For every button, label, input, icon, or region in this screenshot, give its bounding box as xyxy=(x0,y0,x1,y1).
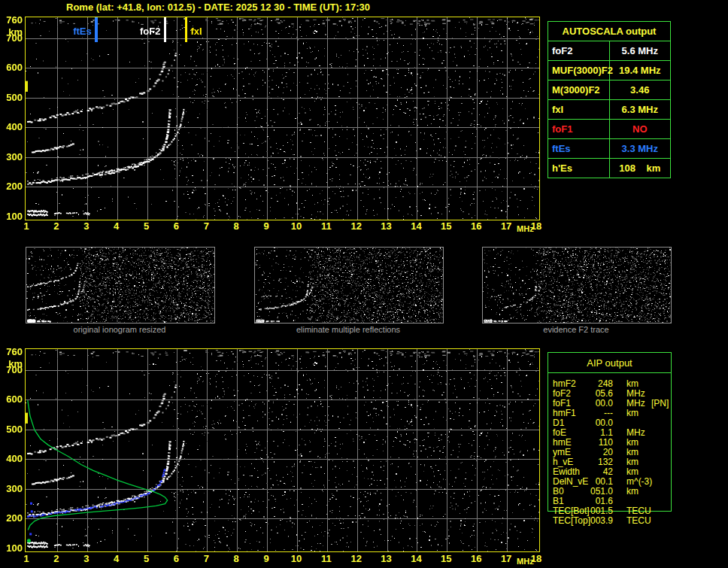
autoscala-screen: Rome (lat: +41.8, lon: 012.5) - DATE: 20… xyxy=(0,0,728,568)
autoscala-row-foF2: foF25.6 MHz xyxy=(548,41,671,61)
y-tick-200: 200 xyxy=(0,181,23,192)
aip-param-value: 003.9 xyxy=(586,516,613,526)
autoscala-param-label: fxI xyxy=(548,100,610,120)
y-tick-600: 600 xyxy=(0,393,23,405)
y-axis-unit: km xyxy=(0,26,23,38)
x-tick-7: 7 xyxy=(196,553,216,564)
x-tick-8: 8 xyxy=(226,220,246,232)
x-tick-6: 6 xyxy=(166,220,186,232)
aip-param-unit: TECU xyxy=(626,516,651,526)
ionogram-plot-bottom xyxy=(25,348,540,552)
autoscala-table-title: AUTOSCALA output xyxy=(548,22,671,41)
thumbnail-original-ionogram xyxy=(26,247,215,323)
x-tick-10: 10 xyxy=(287,220,306,232)
x-tick-5: 5 xyxy=(137,553,156,564)
y-tick-760: 760 xyxy=(0,346,23,357)
aip-row-TEC[Top]: TEC[Top]003.9TECU xyxy=(548,516,671,526)
thumbnail-caption-cleaned: eliminate multiple reflections xyxy=(254,325,442,334)
x-tick-5: 5 xyxy=(137,220,156,232)
x-tick-16: 16 xyxy=(466,553,486,564)
x-tick-13: 13 xyxy=(377,220,396,232)
autoscala-row-ftEs: ftEs3.3 MHz xyxy=(548,139,671,159)
autoscala-row-MUF(3000)F2: MUF(3000)F219.4 MHz xyxy=(548,61,671,80)
page-title: Rome (lat: +41.8, lon: 012.5) - DATE: 20… xyxy=(41,2,395,13)
y-tick-400: 400 xyxy=(0,453,23,464)
autoscala-param-label: h'Es xyxy=(548,159,610,178)
aip-table-title: AIP output xyxy=(548,357,671,369)
x-tick-13: 13 xyxy=(377,553,396,564)
autoscala-param-label: foF1 xyxy=(548,120,610,139)
x-tick-4: 4 xyxy=(107,220,126,232)
autoscala-param-value: NO xyxy=(609,120,671,139)
marker-line-ftEs xyxy=(95,17,98,42)
autoscala-param-label: ftEs xyxy=(548,139,610,159)
marker-line-foF2 xyxy=(164,17,166,42)
x-tick-14: 14 xyxy=(406,553,426,564)
x-tick-15: 15 xyxy=(436,220,456,232)
thumbnail-caption-evidence: evidence F2 trace xyxy=(482,325,670,334)
autoscala-row-h'Es: h'Es108 km xyxy=(548,159,671,178)
thumbnail-canvas-cleaned xyxy=(255,248,443,323)
x-tick-11: 11 xyxy=(317,220,336,232)
thumbnail-canvas-original xyxy=(26,248,214,323)
aip-param-unit: km xyxy=(626,487,639,497)
x-tick-4: 4 xyxy=(107,553,126,564)
autoscala-param-value: 5.6 MHz xyxy=(609,41,671,61)
aip-param-label: TEC[Top] xyxy=(553,516,590,526)
x-tick-7: 7 xyxy=(196,220,216,232)
x-tick-17: 17 xyxy=(496,220,516,232)
x-tick-2: 2 xyxy=(47,553,66,564)
x-tick-3: 3 xyxy=(77,220,96,232)
autoscala-param-label: M(3000)F2 xyxy=(548,80,610,100)
autoscala-param-value: 19.4 MHz xyxy=(609,61,671,80)
autoscala-param-label: foF2 xyxy=(548,41,610,61)
y-tick-400: 400 xyxy=(0,121,23,132)
x-tick-17: 17 xyxy=(496,553,516,564)
x-axis-unit: MHz xyxy=(517,557,534,566)
aip-param-unit: km xyxy=(626,409,639,418)
x-tick-9: 9 xyxy=(256,553,276,564)
autoscala-row-fxI: fxI6.3 MHz xyxy=(548,100,671,120)
autoscala-row-foF1: foF1NO xyxy=(548,120,671,139)
y-tick-200: 200 xyxy=(0,512,23,524)
x-tick-15: 15 xyxy=(436,553,456,564)
marker-label-foF2: foF2 xyxy=(140,26,160,37)
y-tick-300: 300 xyxy=(0,151,23,163)
x-tick-11: 11 xyxy=(317,553,336,564)
thumbnail-caption-original: original ionogram resized xyxy=(26,325,214,334)
autoscala-param-value: 6.3 MHz xyxy=(609,100,671,120)
x-tick-12: 12 xyxy=(347,553,366,564)
x-axis-unit: MHz xyxy=(517,224,534,233)
autoscala-param-value: 3.3 MHz xyxy=(609,139,671,159)
y-tick-500: 500 xyxy=(0,92,23,103)
x-tick-8: 8 xyxy=(226,553,246,564)
x-tick-3: 3 xyxy=(77,553,96,564)
thumbnail-eliminate-reflections xyxy=(254,247,444,323)
y-tick-600: 600 xyxy=(0,62,23,73)
aip-output-table: AIP output hmF2248kmfoF205.6MHzfoF100.0M… xyxy=(548,352,672,512)
autoscala-param-value: 3.46 xyxy=(609,80,671,100)
ionogram-canvas-bottom xyxy=(26,349,539,551)
x-tick-1: 1 xyxy=(17,553,36,564)
x-tick-6: 6 xyxy=(166,553,186,564)
x-tick-10: 10 xyxy=(287,553,306,564)
x-tick-14: 14 xyxy=(406,220,426,232)
x-tick-1: 1 xyxy=(17,220,36,232)
x-tick-2: 2 xyxy=(47,220,66,232)
thumbnail-evidence-f2 xyxy=(482,247,672,323)
aip-param-extra: [PN] xyxy=(651,399,669,409)
autoscala-output-table: AUTOSCALA output foF25.6 MHzMUF(3000)F21… xyxy=(548,21,671,178)
marker-line-fxI xyxy=(185,17,187,42)
marker-label-fxI: fxI xyxy=(190,26,202,37)
thumbnail-canvas-evidence xyxy=(483,248,671,323)
ionogram-plot-top: ftEsfoF2fxI xyxy=(25,17,540,220)
autoscala-param-value: 108 km xyxy=(609,159,671,178)
x-tick-9: 9 xyxy=(256,220,276,232)
y-tick-760: 760 xyxy=(0,14,23,26)
ionogram-canvas-top xyxy=(26,17,539,220)
x-tick-12: 12 xyxy=(347,220,366,232)
y-tick-500: 500 xyxy=(0,424,23,435)
y-axis-unit: km xyxy=(0,358,23,369)
x-tick-16: 16 xyxy=(466,220,486,232)
y-tick-100: 100 xyxy=(0,542,23,554)
